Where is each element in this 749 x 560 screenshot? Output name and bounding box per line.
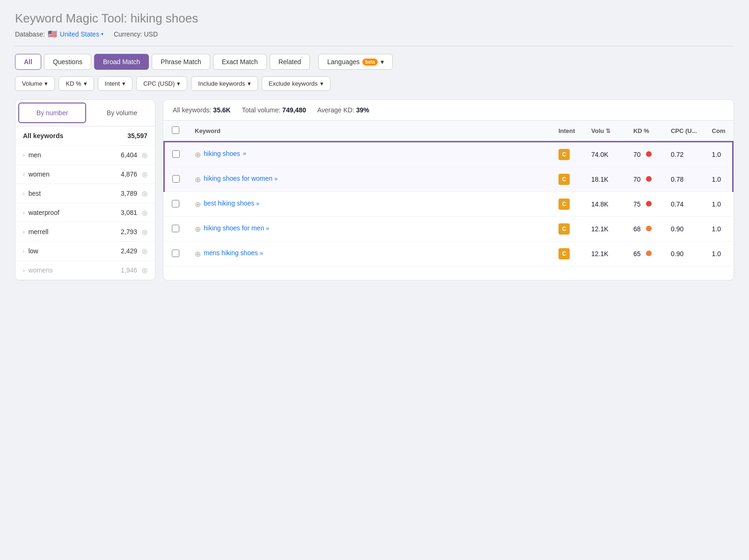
keyword-link[interactable]: ⊕ hiking shoes for men » xyxy=(195,224,543,234)
filter-kd[interactable]: KD % ▾ xyxy=(59,76,94,91)
volume-cell: 12.1K xyxy=(584,242,626,266)
double-arrow-icon: » xyxy=(266,225,269,232)
volume-value: 12.1K xyxy=(591,250,609,258)
add-keyword-icon: ⊕ xyxy=(195,225,201,234)
left-panel-buttons: By number By volume xyxy=(15,100,155,126)
group-name: best xyxy=(29,190,41,197)
kd-cell: 70 xyxy=(626,167,663,192)
tab-broad-match[interactable]: Broad Match xyxy=(94,54,149,70)
table-row: ⊕ hiking shoes for women » C 18.1K xyxy=(164,167,733,192)
tab-languages[interactable]: Languages beta ▾ xyxy=(318,54,393,70)
filter-kd-label: KD % xyxy=(66,80,81,87)
intent-cell: C xyxy=(551,192,584,217)
cpc-cell: 0.74 xyxy=(663,192,705,217)
sort-icon: ⇅ xyxy=(606,128,610,134)
filters-row: Volume ▾ KD % ▾ Intent ▾ CPC (USD) ▾ Inc… xyxy=(15,76,734,91)
all-kw-value: 35.6K xyxy=(213,106,230,114)
table-row: ⊕ best hiking shoes » C 14.8K xyxy=(164,192,733,217)
intent-badge: C xyxy=(558,174,570,185)
intent-cell: C xyxy=(551,167,584,192)
tab-phrase-match[interactable]: Phrase Match xyxy=(152,54,210,70)
list-item[interactable]: › women 4,876 ◎ xyxy=(15,165,155,184)
keyword-link[interactable]: ⊕ best hiking shoes » xyxy=(195,199,543,209)
chevron-down-icon: ▾ xyxy=(320,80,323,87)
filter-volume[interactable]: Volume ▾ xyxy=(15,76,55,91)
avg-kd-value: 39% xyxy=(356,106,369,114)
cpc-cell: 0.90 xyxy=(663,242,705,266)
list-item[interactable]: › low 2,429 ◎ xyxy=(15,242,155,261)
list-item[interactable]: › womens 1,946 ◎ xyxy=(15,261,155,280)
keyword-text: best hiking shoes » xyxy=(204,199,259,207)
row-checkbox-cell xyxy=(164,167,188,192)
table-header-row: Keyword Intent Volu ⇅ xyxy=(164,121,733,142)
group-count: 4,876 xyxy=(121,170,137,178)
keyword-link[interactable]: ⊕ mens hiking shoes » xyxy=(195,249,543,258)
select-all-checkbox[interactable] xyxy=(172,126,179,134)
left-panel: By number By volume All keywords 35,597 xyxy=(15,99,155,280)
header-divider xyxy=(15,46,734,46)
db-label: Database: xyxy=(15,30,45,38)
row-checkbox-cell xyxy=(164,242,188,266)
row-checkbox[interactable] xyxy=(172,200,179,207)
row-checkbox[interactable] xyxy=(172,175,180,183)
keywords-table-wrapper: Keyword Intent Volu ⇅ xyxy=(163,121,734,266)
volume-value: 14.8K xyxy=(591,200,609,208)
eye-icon[interactable]: ◎ xyxy=(142,190,147,197)
eye-icon[interactable]: ◎ xyxy=(142,151,147,159)
chevron-right-icon: › xyxy=(23,229,25,235)
keyword-cell: ⊕ best hiking shoes » xyxy=(187,192,551,217)
tab-questions[interactable]: Questions xyxy=(44,54,91,70)
database-link[interactable]: United States ▾ xyxy=(60,30,103,38)
row-checkbox[interactable] xyxy=(172,250,179,257)
double-arrow-icon: » xyxy=(256,200,259,207)
tab-exact-match[interactable]: Exact Match xyxy=(213,54,267,70)
chevron-right-icon: › xyxy=(23,210,25,215)
eye-icon[interactable]: ◎ xyxy=(142,228,147,236)
table-row: ⊕ mens hiking shoes » C 12.1K xyxy=(164,242,733,266)
eye-icon[interactable]: ◎ xyxy=(142,266,147,274)
eye-icon[interactable]: ◎ xyxy=(142,247,147,255)
eye-icon[interactable]: ◎ xyxy=(142,170,147,178)
th-volume[interactable]: Volu ⇅ xyxy=(584,121,626,142)
keyword-cell: ⊕ hiking shoes for women » xyxy=(187,167,551,192)
filter-cpc-label: CPC (USD) xyxy=(143,80,175,87)
chevron-down-icon: ▾ xyxy=(122,80,125,87)
by-number-button[interactable]: By number xyxy=(18,103,86,123)
filter-include-keywords[interactable]: Include keywords ▾ xyxy=(191,76,257,91)
keyword-link[interactable]: ⊕ hiking shoes » xyxy=(195,150,543,159)
list-item[interactable]: › best 3,789 ◎ xyxy=(15,184,155,203)
row-checkbox-cell xyxy=(164,192,188,217)
filter-cpc[interactable]: CPC (USD) ▾ xyxy=(136,76,187,91)
keyword-link[interactable]: ⊕ hiking shoes for women » xyxy=(195,175,543,184)
cpc-value: 0.74 xyxy=(671,200,683,208)
tab-related[interactable]: Related xyxy=(270,54,310,70)
tab-all[interactable]: All xyxy=(15,54,41,70)
double-arrow-icon: » xyxy=(260,250,263,257)
filter-exclude-keywords[interactable]: Exclude keywords ▾ xyxy=(262,76,330,91)
all-keywords-row[interactable]: All keywords 35,597 xyxy=(15,126,155,146)
by-volume-button[interactable]: By volume xyxy=(89,100,155,126)
intent-cell: C xyxy=(551,217,584,242)
cpc-value: 0.90 xyxy=(671,250,683,258)
group-count: 1,946 xyxy=(121,266,137,274)
kd-cell: 70 xyxy=(626,142,663,167)
eye-icon[interactable]: ◎ xyxy=(142,209,147,216)
list-item[interactable]: › waterproof 3,081 ◎ xyxy=(15,203,155,222)
keywords-table: Keyword Intent Volu ⇅ xyxy=(163,121,734,266)
filter-intent[interactable]: Intent ▾ xyxy=(98,76,133,91)
keyword-cell: ⊕ hiking shoes for men » xyxy=(187,217,551,242)
avg-kd-summary: Average KD: 39% xyxy=(317,106,369,114)
kd-value: 65 xyxy=(633,250,641,258)
list-item[interactable]: › men 6,404 ◎ xyxy=(15,146,155,165)
volume-value: 74.0K xyxy=(591,151,609,158)
row-checkbox[interactable] xyxy=(172,150,180,158)
row-checkbox[interactable] xyxy=(172,225,179,232)
by-volume-label: By volume xyxy=(107,109,137,117)
list-item[interactable]: › merrell 2,793 ◎ xyxy=(15,222,155,242)
group-name: women xyxy=(29,170,50,178)
th-intent: Intent xyxy=(551,121,584,142)
group-count: 2,793 xyxy=(121,228,137,236)
chevron-down-icon: ▾ xyxy=(44,80,48,87)
group-name: waterproof xyxy=(29,209,59,216)
intent-badge: C xyxy=(558,223,570,235)
